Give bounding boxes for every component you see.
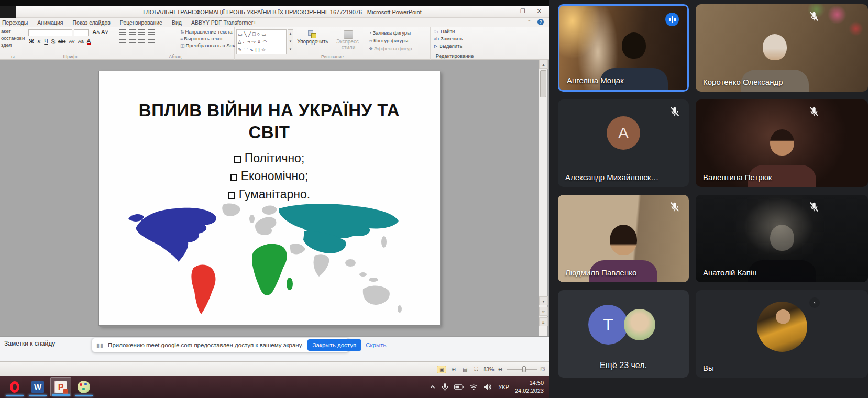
participant-tile-korotenko[interactable]: Коротенко Олександр [696, 4, 868, 92]
bullets-icon[interactable] [119, 29, 126, 35]
battery-icon[interactable] [454, 384, 464, 390]
previous-slide-button[interactable]: ⇈ [539, 307, 548, 316]
ribbon-group-editing: ◌₊Найти abЗаменить ⊳Выделить Редактирова… [431, 27, 476, 60]
view-slideshow-button[interactable]: ⛶ [473, 366, 479, 373]
zoom-fit-button[interactable]: ⛋ [541, 366, 545, 373]
tab-abbyy[interactable]: ABBYY PDF Transformer+ [191, 19, 256, 26]
slide[interactable]: ВПЛИВ ВІЙНИ НА УКРАЇНУ ТА СВІТ Політично… [98, 71, 440, 326]
arrange-icon [308, 30, 317, 39]
checkbox-bullet-icon [228, 192, 235, 199]
scrollbar-thumb[interactable] [540, 70, 546, 97]
align-text-button[interactable]: ≡Выровнять текст [180, 35, 235, 42]
speaker-icon[interactable] [484, 383, 492, 391]
bold-button[interactable]: Ж [29, 38, 34, 45]
select-button[interactable]: ⊳Выделить [431, 42, 476, 49]
align-text-icon: ≡ [180, 36, 183, 41]
shape-effects-button[interactable]: ❖Эффекты фигур [369, 45, 428, 52]
grow-font-icon[interactable]: A˄ [93, 29, 100, 35]
powerpoint-titlebar[interactable]: ГЛОБАЛЬНІ ТРАНСФОРМАЦІЇ І РОЛЬ УКРАЇНИ В… [16, 6, 549, 18]
font-size-combo[interactable] [74, 29, 89, 36]
clock-time: 14:50 [515, 379, 544, 387]
tab-animation[interactable]: Анимация [37, 19, 63, 26]
view-sorter-button[interactable]: ⊞ [450, 366, 457, 373]
shrink-font-icon[interactable]: A˅ [101, 29, 108, 35]
overflow-participants-tile[interactable]: Т Ещё 23 чел. [558, 290, 689, 378]
checkbox-bullet-icon [234, 156, 241, 163]
zoom-slider-handle[interactable] [522, 366, 526, 372]
slide-bullet-list[interactable]: Політично; Економічно; Гуманітарно. [99, 149, 440, 204]
participant-tile-lyudmila[interactable]: Людмилв Павленко [558, 195, 689, 282]
mic-muted-icon [808, 106, 820, 117]
zoom-slider[interactable] [507, 369, 537, 370]
stop-sharing-button[interactable]: Закрыть доступ [307, 339, 362, 351]
ribbon-group-drawing: ▭╲╱□○▭△⌐¬⇨⇩◠✎⌒∿{}☆ ▲▼▼ Упорядочить Экспр… [235, 27, 431, 60]
numbering-icon[interactable] [129, 29, 136, 35]
section-button[interactable]: здел [0, 41, 25, 48]
view-reading-button[interactable]: ▤ [461, 366, 469, 373]
scroll-up-button[interactable]: ▲ [539, 60, 548, 69]
taskbar-powerpoint-button[interactable]: P [50, 377, 71, 396]
help-icon[interactable]: ? [537, 19, 544, 25]
indent-increase-icon[interactable] [148, 29, 155, 35]
align-left-icon[interactable] [119, 38, 126, 43]
next-slide-button[interactable]: ⇊ [539, 317, 548, 326]
taskbar-paint-button[interactable] [73, 377, 94, 396]
change-case-button[interactable]: Aa [78, 39, 84, 44]
hide-banner-link[interactable]: Скрыть [366, 342, 386, 348]
smartart-button[interactable]: ◫Преобразовать в SmartArt [180, 42, 235, 49]
taskbar-clock[interactable]: 14:50 24.02.2023 [515, 379, 544, 395]
zoom-level[interactable]: 83% [483, 366, 494, 372]
participant-name: Александр Михайловск… [565, 173, 658, 182]
replace-button[interactable]: abЗаменить [431, 35, 476, 42]
world-map-image[interactable] [126, 201, 412, 320]
shape-outline-button[interactable]: ▱Контур фигуры [369, 37, 428, 45]
font-name-combo[interactable] [28, 29, 72, 36]
underline-button[interactable]: Ч [44, 38, 48, 45]
find-button[interactable]: ◌₊Найти [431, 27, 476, 35]
restore-button[interactable]: ❐ [520, 8, 525, 15]
taskbar-word-button[interactable]: W [27, 377, 48, 396]
ribbon-group-slides: акет осстановить здел ы [0, 27, 25, 60]
wifi-icon[interactable] [469, 384, 478, 391]
zoom-out-button[interactable]: ⊖ [498, 366, 502, 373]
scroll-down-button[interactable]: ▼ [539, 296, 548, 305]
align-center-icon[interactable] [129, 38, 136, 43]
shapes-gallery[interactable]: ▭╲╱□○▭△⌐¬⇨⇩◠✎⌒∿{}☆ [236, 29, 287, 54]
reset-button[interactable]: осстановить [0, 34, 25, 41]
banner-drag-handle-icon[interactable]: ▮▮ [96, 342, 104, 349]
text-direction-button[interactable]: ⇅Направление текста [180, 28, 235, 35]
tab-transitions[interactable]: Переходы [2, 19, 28, 26]
tab-review[interactable]: Рецензирование [120, 19, 162, 26]
microphone-icon[interactable] [442, 383, 448, 392]
slide-title[interactable]: ВПЛИВ ВІЙНИ НА УКРАЇНУ ТА СВІТ [99, 100, 440, 144]
char-spacing-button[interactable]: AV [69, 39, 74, 44]
arrange-button[interactable]: Упорядочить [296, 30, 329, 45]
quick-styles-button[interactable]: Экспресс-стили [331, 30, 366, 50]
participant-tile-anatoliy[interactable]: Анатолій Капін [696, 195, 868, 282]
minimize-button[interactable]: — [503, 8, 509, 15]
indent-decrease-icon[interactable] [138, 29, 145, 35]
vertical-scrollbar[interactable]: ▲ ▼ ⇈ ⇊ [539, 60, 547, 336]
tab-view[interactable]: Вид [172, 19, 182, 26]
align-right-icon[interactable] [138, 38, 145, 43]
collapse-ribbon-icon[interactable]: ⌃ [527, 19, 531, 25]
close-button[interactable]: ✕ [537, 8, 542, 15]
show-hidden-icons-icon[interactable] [430, 384, 436, 390]
taskbar-opera-button[interactable] [4, 377, 25, 396]
participant-tile-angelina[interactable]: Ангеліна Моцак [558, 4, 689, 92]
participant-tile-aleksandr[interactable]: А Александр Михайловск… [558, 100, 689, 187]
strikethrough-button[interactable]: abc [58, 39, 66, 44]
justify-icon[interactable] [148, 38, 155, 43]
shadow-button[interactable]: S [51, 38, 55, 45]
italic-button[interactable]: К [37, 38, 41, 45]
select-icon: ⊳ [434, 43, 438, 49]
shape-fill-button[interactable]: ◔Заливка фигуры [369, 29, 428, 37]
shapes-gallery-scroll[interactable]: ▲▼▼ [288, 29, 293, 54]
self-view-tile[interactable]: Вы [696, 290, 868, 378]
participant-tile-valentina[interactable]: Валентина Петрюк [696, 100, 868, 187]
tab-slideshow[interactable]: Показ слайдов [73, 19, 111, 26]
font-color-button[interactable]: A [87, 38, 91, 45]
layout-button[interactable]: акет [0, 27, 25, 34]
language-indicator[interactable]: УКР [498, 384, 509, 390]
view-normal-button[interactable]: ▣ [437, 366, 446, 373]
